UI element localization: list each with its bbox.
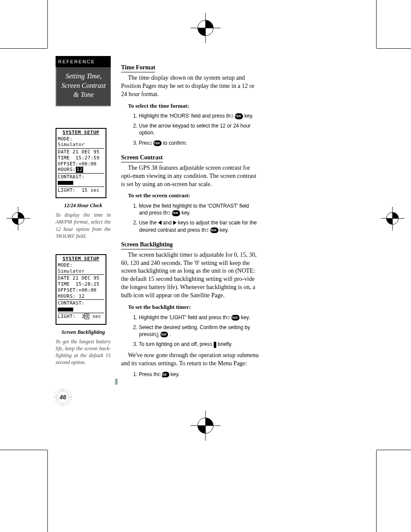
title-line-3: & Tone (58, 90, 109, 100)
heading-time-format: Time Format (121, 64, 155, 72)
lcd2-mode-value: Simulator (58, 268, 104, 274)
registration-mark-left-icon (6, 207, 30, 230)
step: 1. Highlight the 'HOURS' field and press… (133, 112, 259, 119)
step: 1. Press the PAGE key. (133, 371, 259, 378)
page-number: 46 (53, 388, 72, 407)
lcd2-offset: OFFSET:+00:00 (58, 287, 104, 293)
lcd1-light: LIGHT: 15 sec (58, 187, 104, 193)
title-line-2: Screen Contrast (58, 81, 109, 90)
lcd1-contrast-bar (58, 180, 104, 186)
sidebar: REFERENCE Setting Time, Screen Contrast … (56, 56, 111, 366)
step: 2. Select the desired setting. Confirm t… (133, 324, 259, 338)
title-line-1: Setting Time, (58, 72, 109, 81)
lcd2-hours: HOURS: 12 (58, 293, 104, 299)
enter-key-icon: ENTER (160, 332, 168, 337)
lcd1-mode-label: MODE: (58, 136, 104, 142)
enter-key-icon: ENTER (235, 113, 243, 119)
enter-key-icon: ENTER (231, 315, 240, 320)
lcd1-time: TIME 15:27:59 (58, 155, 104, 161)
crop-mark (376, 0, 377, 48)
para-return: We've now gone through the operation set… (121, 352, 259, 368)
registration-mark-right-icon (381, 207, 405, 230)
sub-select-time-format: To select the time format: (128, 102, 259, 110)
crop-mark (376, 450, 377, 532)
lcd2-light-cursor: 0 (84, 314, 89, 319)
step: 1. Move the field highlight to the 'CONT… (133, 202, 259, 216)
lcd1-hours-highlight: 12 (76, 167, 84, 173)
heading-backlighting: Screen Backlighting (121, 241, 173, 249)
left-arrow-icon (158, 221, 162, 225)
enter-key-icon: ENTER (172, 210, 180, 216)
lcd2-note: To get the longest battery life, keep th… (56, 338, 111, 366)
enter-key-icon: ENTER (210, 227, 218, 233)
lcd2-light: LIGHT: 30 sec (58, 314, 104, 320)
page-key-icon: PAGE (162, 372, 169, 377)
para-backlighting: The screen backlight timer is adjustable… (121, 251, 259, 300)
lcd1-date: DATE 21 DEC 95 (58, 149, 104, 155)
lcd1-offset: OFFSET:+00:00 (58, 161, 104, 167)
main-column: Time Format The time display shown on th… (121, 64, 259, 381)
enter-key-icon: ENTER (153, 140, 162, 146)
gutter-mark (115, 379, 118, 385)
crop-mark (377, 48, 411, 49)
steps-backlight: 1. Highlight the 'LIGHT' field and press… (133, 314, 259, 348)
lcd-figure-2: SYSTEM SETUP MODE: Simulator DATE 21 DEC… (56, 254, 106, 325)
crop-mark (0, 450, 47, 450)
lcd1-header: SYSTEM SETUP (58, 130, 104, 136)
lcd-figure-1: SYSTEM SETUP MODE: Simulator DATE 21 DEC… (56, 128, 106, 199)
steps-return: 1. Press the PAGE key. (133, 371, 259, 378)
lcd1-note: To display the time in AM/PM format, sel… (56, 212, 111, 240)
step: 1. Highlight the 'LIGHT' field and press… (133, 314, 259, 321)
page-number-badge: 46 (53, 388, 72, 407)
steps-contrast: 1. Move the field highlight to the 'CONT… (133, 202, 259, 233)
lcd1-contrast-label: CONTRAST: (58, 174, 104, 180)
lcd2-contrast-bar (58, 306, 104, 312)
lcd2-contrast-label: CONTRAST: (58, 300, 104, 306)
registration-mark-bottom-icon (190, 411, 221, 441)
step: 3. To turn lighting on and off, press ☼ … (133, 341, 259, 348)
sidebar-title: Setting Time, Screen Contrast & Tone (56, 67, 111, 106)
para-time-format: The time display shown on the system set… (121, 74, 259, 99)
lcd2-mode-label: MODE: (58, 262, 104, 268)
title-rule (56, 106, 111, 106)
crop-mark (0, 48, 47, 49)
registration-mark-top-icon (190, 13, 221, 43)
crop-mark (377, 450, 411, 450)
sub-set-contrast: To set the screen contrast: (128, 192, 259, 199)
crop-mark (47, 0, 48, 48)
lcd2-header: SYSTEM SETUP (58, 256, 104, 262)
crop-mark (47, 450, 48, 532)
reference-tab: REFERENCE (56, 56, 111, 67)
lcd1-mode-value: Simulator (58, 142, 104, 148)
para-screen-contrast: The GPS 38 features adjustable screen co… (121, 164, 259, 189)
step: 2. Use the arrow keypad to select the 12… (133, 122, 259, 136)
step: 2. Use the and keys to adjust the bar sc… (133, 219, 259, 233)
lcd2-date: DATE 21 DEC 95 (58, 275, 104, 281)
right-arrow-icon (173, 221, 177, 225)
step: 3. Press ENTER to confirm. (133, 140, 259, 146)
heading-screen-contrast: Screen Contrast (121, 154, 163, 162)
sub-set-backlight: To set the backlight timer: (128, 303, 259, 311)
lcd2-time: TIME 15:28:25 (58, 281, 104, 287)
lcd1-hours: HOURS:12 (58, 167, 104, 173)
lcd2-caption: Screen Backlighting (56, 329, 111, 336)
lcd1-caption: 12/24 Hour Clock (56, 202, 111, 209)
steps-time-format: 1. Highlight the 'HOURS' field and press… (133, 112, 259, 146)
